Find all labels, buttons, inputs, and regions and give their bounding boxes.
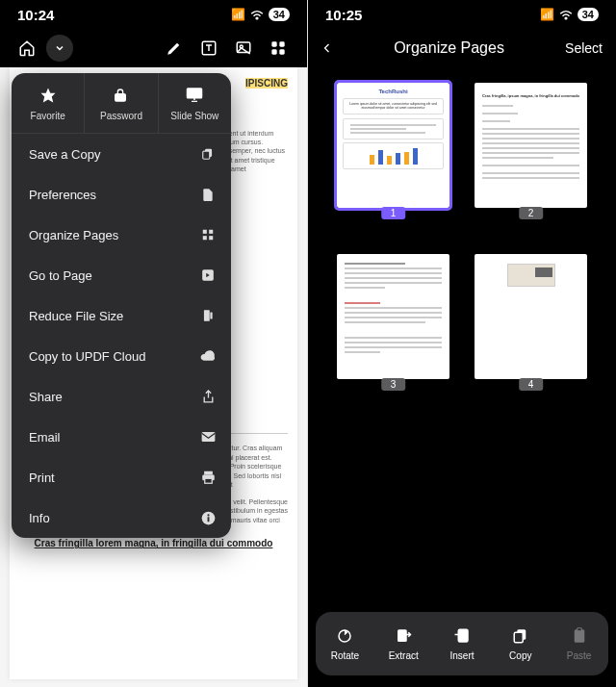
menu-save-copy[interactable]: Save a Copy xyxy=(12,134,231,174)
action-label: Paste xyxy=(567,650,592,661)
menu-label: Save a Copy xyxy=(29,147,100,162)
home-icon[interactable] xyxy=(13,35,40,62)
svg-rect-23 xyxy=(204,478,212,483)
svg-point-0 xyxy=(256,17,258,19)
svg-rect-14 xyxy=(209,230,213,234)
toolbar xyxy=(0,29,307,67)
action-label: Insert xyxy=(449,650,474,661)
print-icon xyxy=(200,470,216,485)
highlighted-text: ipiscing xyxy=(245,78,288,89)
menu-label: Share xyxy=(29,390,63,404)
status-time: 10:24 xyxy=(17,7,54,23)
svg-rect-34 xyxy=(577,627,581,630)
select-button[interactable]: Select xyxy=(565,40,603,56)
svg-rect-19 xyxy=(210,313,212,319)
svg-point-27 xyxy=(565,17,567,19)
svg-rect-4 xyxy=(271,41,276,46)
action-label: Rotate xyxy=(331,650,359,661)
page-number-badge: 4 xyxy=(519,378,544,391)
page-title: Organize Pages xyxy=(333,39,565,57)
status-bar: 10:24 📶 34 xyxy=(0,0,307,29)
cellular-icon: 📶 xyxy=(231,8,245,21)
menu-label: Go to Page xyxy=(29,268,92,283)
menu-goto-page[interactable]: Go to Page xyxy=(12,255,231,295)
menu-email[interactable]: Email xyxy=(12,417,231,457)
svg-rect-25 xyxy=(207,517,209,522)
page-thumb-4[interactable]: 4 xyxy=(475,254,587,408)
svg-rect-13 xyxy=(203,230,207,234)
insert-button[interactable]: Insert xyxy=(433,612,492,675)
svg-rect-32 xyxy=(514,632,523,643)
page-thumb-1[interactable]: TechRushi Lorem ipsum dolor sit amet, co… xyxy=(337,83,449,237)
svg-rect-15 xyxy=(203,236,207,240)
svg-rect-6 xyxy=(271,49,276,54)
paste-icon xyxy=(571,627,588,645)
menu-share[interactable]: Share xyxy=(12,376,231,417)
page-number-badge: 3 xyxy=(381,378,406,391)
paste-button[interactable]: Paste xyxy=(550,612,608,675)
rotate-icon xyxy=(336,627,353,645)
favorite-button[interactable]: Favorite xyxy=(12,73,85,133)
action-label: Extract xyxy=(389,650,419,661)
menu-label: Reduce File Size xyxy=(29,309,123,323)
cellular-icon: 📶 xyxy=(540,8,554,21)
thumb-chart xyxy=(343,142,444,169)
copy-icon xyxy=(200,146,216,162)
text-tool-icon[interactable] xyxy=(195,35,222,62)
file-icon xyxy=(200,187,216,202)
more-menu-button[interactable] xyxy=(46,35,73,62)
doc-heading: Cras fringilla lorem magna, in fringilla… xyxy=(19,537,288,550)
menu-print[interactable]: Print xyxy=(12,457,231,497)
svg-rect-9 xyxy=(116,94,126,101)
thumb-title: TechRushi xyxy=(343,89,444,95)
overflow-menu: Favorite Password Slide Show Save a Copy… xyxy=(12,73,231,538)
menu-label: Preferences xyxy=(29,188,96,202)
rotate-button[interactable]: Rotate xyxy=(316,612,374,675)
menu-preferences[interactable]: Preferences xyxy=(12,174,231,215)
svg-rect-20 xyxy=(201,432,215,442)
image-tool-icon[interactable] xyxy=(230,35,257,62)
wifi-icon xyxy=(559,10,573,20)
page-number-badge: 2 xyxy=(519,207,544,219)
svg-rect-10 xyxy=(188,89,202,98)
menu-reduce-size[interactable]: Reduce File Size xyxy=(12,295,231,336)
menu-label: Copy to UPDF Cloud xyxy=(29,349,145,364)
menu-organize-pages[interactable]: Organize Pages xyxy=(12,215,231,255)
battery-indicator: 34 xyxy=(269,8,290,21)
back-button[interactable] xyxy=(321,40,333,56)
menu-copy-cloud[interactable]: Copy to UPDF Cloud xyxy=(12,336,231,376)
apps-icon[interactable] xyxy=(265,35,292,62)
menu-label: Email xyxy=(29,430,61,445)
highlight-icon[interactable] xyxy=(161,35,188,62)
copy-button[interactable]: Copy xyxy=(491,612,550,675)
menu-label: Print xyxy=(29,471,55,485)
extract-button[interactable]: Extract xyxy=(374,612,433,675)
menu-info[interactable]: Info xyxy=(12,497,231,538)
screen-pdf-reader: 10:24 📶 34 ip xyxy=(0,0,308,687)
svg-rect-16 xyxy=(209,236,213,240)
menu-label: Password xyxy=(100,111,142,121)
page-thumbnail-grid: TechRushi Lorem ipsum dolor sit amet, co… xyxy=(308,77,616,612)
arrow-right-icon xyxy=(200,267,216,283)
action-label: Copy xyxy=(509,650,531,661)
star-icon xyxy=(39,87,57,104)
svg-rect-18 xyxy=(204,310,210,321)
copy-icon xyxy=(512,627,529,645)
status-bar: 10:25 📶 34 xyxy=(308,0,616,29)
insert-icon xyxy=(453,627,471,645)
status-time: 10:25 xyxy=(325,7,362,23)
extract-icon xyxy=(395,627,412,645)
page-thumb-2[interactable]: Cras fringilla, ipsum magna, in fringill… xyxy=(475,83,587,237)
info-icon xyxy=(200,510,216,525)
cloud-icon xyxy=(200,348,216,364)
grid-icon xyxy=(200,227,216,242)
slideshow-button[interactable]: Slide Show xyxy=(159,73,231,133)
page-thumb-3[interactable]: 3 xyxy=(337,254,449,408)
action-bar: Rotate Extract Insert Copy Paste xyxy=(316,612,608,675)
svg-rect-5 xyxy=(279,41,284,46)
svg-rect-21 xyxy=(204,471,213,475)
share-icon xyxy=(200,389,216,404)
password-button[interactable]: Password xyxy=(85,73,158,133)
presentation-icon xyxy=(186,87,203,104)
battery-indicator: 34 xyxy=(578,8,599,21)
